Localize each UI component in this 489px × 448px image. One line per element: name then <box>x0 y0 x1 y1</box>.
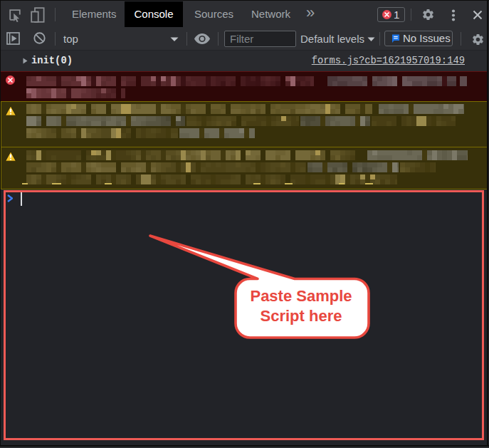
svg-text:Script here: Script here <box>261 307 342 325</box>
svg-text:Paste Sample: Paste Sample <box>250 287 352 305</box>
